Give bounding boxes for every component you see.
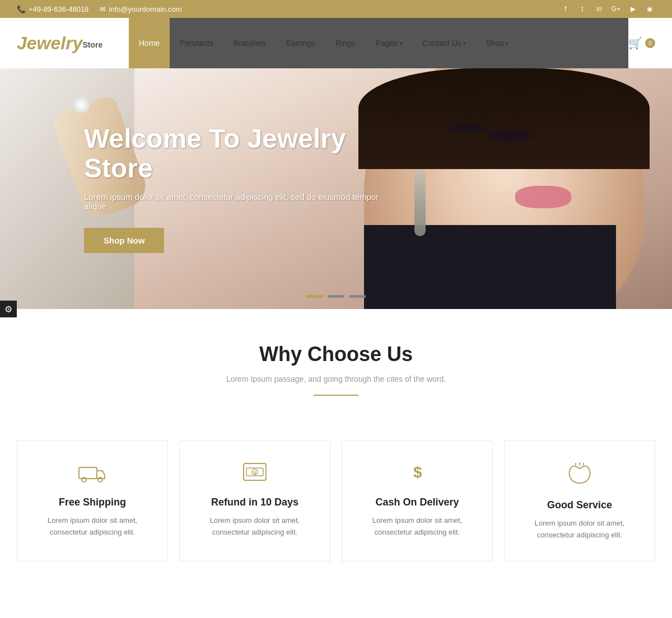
nav-item-rings[interactable]: Rings bbox=[325, 18, 366, 68]
why-choose-section: Why Choose Us Lorem Ipsum passage, and g… bbox=[0, 309, 672, 441]
nav-item-contact[interactable]: Contact Us bbox=[413, 18, 476, 68]
hero-dot-3[interactable] bbox=[349, 295, 366, 298]
svg-rect-0 bbox=[79, 467, 97, 479]
section-divider bbox=[314, 395, 358, 396]
cart-count: 0 bbox=[645, 38, 655, 48]
linkedin-icon[interactable]: in bbox=[594, 3, 605, 15]
why-subtitle: Lorem Ipsum passage, and going through t… bbox=[17, 374, 655, 383]
service-title: Good Service bbox=[516, 499, 643, 511]
feature-card-shipping: Free Shipping Lorem ipsum dolor sit amet… bbox=[17, 441, 168, 561]
sidebar-toggle[interactable]: ⚙ bbox=[0, 301, 17, 317]
nav-links: Home Pendants Bracelets Earrings Rings P… bbox=[129, 18, 519, 68]
phone-item: 📞 +49-89-636-48018 bbox=[17, 5, 88, 13]
why-title: Why Choose Us bbox=[17, 343, 655, 366]
shop-now-button[interactable]: Shop Now bbox=[84, 228, 164, 253]
googleplus-icon[interactable]: G+ bbox=[610, 3, 622, 15]
hero-content: Welcome To Jewelry Store Lorem ipsum dol… bbox=[0, 124, 392, 253]
hero-dot-1[interactable] bbox=[306, 295, 323, 298]
twitter-icon[interactable]: t bbox=[577, 3, 588, 15]
navbar: JewelryStore Home Pendants Bracelets Ear… bbox=[0, 18, 672, 68]
svg-text:$: $ bbox=[413, 464, 422, 481]
settings-icon: ⚙ bbox=[4, 304, 12, 315]
hero-section: Welcome To Jewelry Store Lorem ipsum dol… bbox=[0, 68, 672, 309]
refund-title: Refund in 10 Days bbox=[191, 497, 319, 508]
email-icon: ✉ bbox=[100, 5, 106, 13]
cod-icon: $ bbox=[353, 461, 481, 488]
topbar-left: 📞 +49-89-636-48018 ✉ info@yourdomain.com bbox=[17, 5, 182, 13]
nav-item-pendants[interactable]: Pendants bbox=[170, 18, 223, 68]
svg-text:$: $ bbox=[254, 470, 256, 475]
social-links: f t in G+ ▶ ◉ bbox=[560, 3, 655, 15]
shipping-title: Free Shipping bbox=[29, 497, 156, 508]
hero-title: Welcome To Jewelry Store bbox=[84, 124, 392, 184]
cart-icon: 🛒 bbox=[628, 36, 642, 50]
hero-subtitle: Lorem ipsum dolor sit amet, consectetur … bbox=[84, 192, 392, 211]
youtube-icon[interactable]: ▶ bbox=[627, 3, 638, 15]
nav-item-pages[interactable]: Pages bbox=[366, 18, 413, 68]
cart-wrapper[interactable]: 🛒 0 bbox=[628, 36, 655, 50]
hero-dots bbox=[306, 295, 366, 298]
email-address: info@yourdomain.com bbox=[109, 5, 181, 13]
shipping-icon bbox=[29, 461, 156, 488]
hero-dot-2[interactable] bbox=[328, 295, 344, 298]
phone-icon: 📞 bbox=[17, 5, 26, 13]
logo[interactable]: JewelryStore bbox=[17, 33, 106, 54]
phone-number: +49-89-636-48018 bbox=[29, 5, 88, 13]
cod-title: Cash On Delivery bbox=[353, 497, 481, 508]
logo-store: Store bbox=[82, 40, 102, 49]
nav-item-shop[interactable]: Shop bbox=[476, 18, 519, 68]
features-grid: Free Shipping Lorem ipsum dolor sit amet… bbox=[0, 441, 672, 595]
feature-card-refund: $ Refund in 10 Days Lorem ipsum dolor si… bbox=[179, 441, 330, 561]
feature-card-service: Good Service Lorem ipsum dolor sit amet,… bbox=[504, 441, 655, 561]
nav-item-bracelets[interactable]: Bracelets bbox=[223, 18, 276, 68]
refund-desc: Lorem ipsum dolor sit amet, consectetur … bbox=[191, 515, 319, 539]
logo-jewelry: Jewelry bbox=[17, 33, 82, 53]
shipping-desc: Lorem ipsum dolor sit amet, consectetur … bbox=[29, 515, 156, 539]
email-item: ✉ info@yourdomain.com bbox=[100, 5, 181, 13]
nav-item-home[interactable]: Home bbox=[129, 18, 170, 68]
nav-item-earrings[interactable]: Earrings bbox=[276, 18, 325, 68]
topbar: 📞 +49-89-636-48018 ✉ info@yourdomain.com… bbox=[0, 0, 672, 18]
refund-icon: $ bbox=[191, 461, 319, 488]
nav-links-wrapper: Home Pendants Bracelets Earrings Rings P… bbox=[129, 18, 628, 68]
feature-card-cod: $ Cash On Delivery Lorem ipsum dolor sit… bbox=[342, 441, 493, 561]
service-icon bbox=[516, 461, 643, 491]
service-desc: Lorem ipsum dolor sit amet, consectetur … bbox=[516, 518, 643, 541]
rss-icon[interactable]: ◉ bbox=[644, 3, 655, 15]
facebook-icon[interactable]: f bbox=[560, 3, 571, 15]
cod-desc: Lorem ipsum dolor sit amet, consectetur … bbox=[353, 515, 481, 539]
